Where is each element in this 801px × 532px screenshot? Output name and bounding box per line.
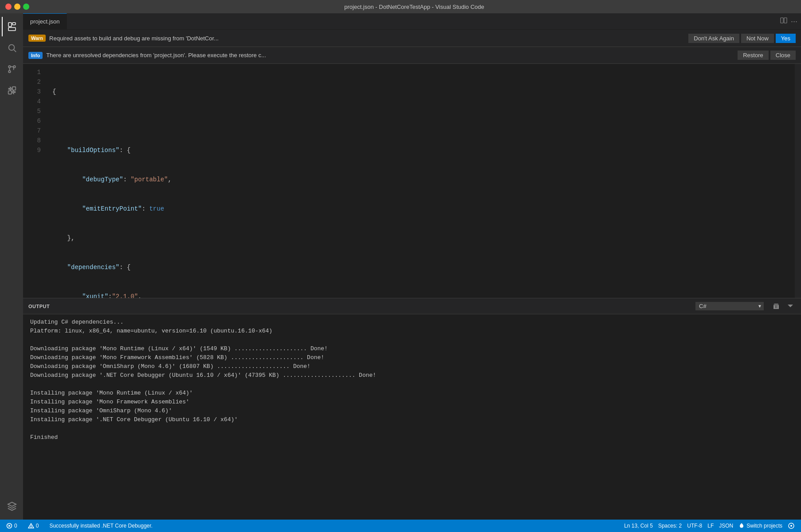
status-encoding[interactable]: UTF-8 [684, 520, 705, 532]
search-icon [7, 43, 17, 53]
svg-point-7 [8, 70, 11, 73]
svg-rect-10 [781, 18, 783, 23]
main-content: project.json ··· Warn Required assets to… [23, 13, 801, 520]
svg-point-16 [31, 527, 31, 528]
language-mode: JSON [719, 523, 733, 529]
warn-badge: Warn [28, 35, 46, 42]
code-content[interactable]: { "buildOptions": { "debugType": "portab… [45, 64, 795, 298]
yes-button[interactable]: Yes [776, 34, 796, 43]
remote-status-icon [788, 522, 795, 529]
notifications-area: Warn Required assets to build and debug … [23, 30, 801, 64]
activity-source-control[interactable] [2, 59, 21, 79]
status-message-text: Successfully installed .NET Core Debugge… [49, 523, 153, 529]
error-icon [6, 523, 12, 529]
status-spaces[interactable]: Spaces: 2 [656, 520, 684, 532]
flame-icon [738, 523, 745, 529]
svg-line-4 [14, 50, 16, 52]
split-editor-icon[interactable] [780, 17, 787, 26]
window-title: project.json - DotNetCoreTestApp - Visua… [33, 4, 796, 10]
titlebar: project.json - DotNetCoreTestApp - Visua… [0, 0, 801, 13]
svg-rect-8 [8, 91, 12, 94]
cursor-position: Ln 13, Col 5 [624, 523, 653, 529]
warning-count: 0 [36, 523, 39, 529]
status-eol[interactable]: LF [705, 520, 716, 532]
status-right: Ln 13, Col 5 Spaces: 2 UTF-8 LF JSON Swi… [621, 520, 797, 532]
status-errors[interactable]: 0 [4, 520, 20, 532]
tab-bar: project.json ··· [23, 13, 801, 30]
clear-output-icon[interactable] [771, 301, 781, 312]
info-actions: Restore Close [738, 51, 796, 60]
minimap [795, 64, 801, 298]
status-left: 0 0 Successfully installed .NET Core Deb… [4, 520, 155, 532]
svg-rect-1 [12, 23, 16, 25]
close-notification-button[interactable]: Close [770, 51, 796, 60]
svg-point-3 [9, 45, 15, 51]
warn-actions: Don't Ask Again Not Now Yes [688, 34, 796, 43]
svg-rect-0 [8, 23, 12, 27]
more-actions-icon[interactable]: ··· [791, 17, 797, 26]
indentation: Spaces: 2 [658, 523, 682, 529]
dont-ask-again-button[interactable]: Don't Ask Again [688, 34, 739, 43]
explorer-icon [7, 21, 17, 32]
svg-rect-2 [8, 27, 16, 31]
output-icons [771, 301, 796, 312]
status-remote[interactable] [785, 520, 797, 532]
output-title: OUTPUT [28, 304, 50, 309]
code-line-8: "xunit":"2.1.0", [52, 292, 795, 298]
close-button[interactable] [5, 4, 12, 10]
source-control-icon [7, 64, 17, 74]
code-line-1: { [52, 87, 795, 97]
info-notification: Info There are unresolved dependencies f… [23, 47, 801, 63]
info-message: There are unresolved dependencies from '… [46, 52, 734, 59]
status-language[interactable]: JSON [716, 520, 736, 532]
output-channel-select[interactable]: C# Log (Extension Host) Log (Window) [695, 302, 764, 310]
code-line-7: "dependencies": { [52, 262, 795, 272]
tab-label: project.json [30, 18, 59, 25]
activity-search[interactable] [2, 38, 21, 58]
warn-notification: Warn Required assets to build and debug … [23, 30, 801, 47]
line-numbers: 1 2 3 4 5 6 7 8 9 [23, 64, 45, 298]
output-header: OUTPUT C# Log (Extension Host) Log (Wind… [23, 298, 801, 314]
minimize-button[interactable] [14, 4, 20, 10]
editor-area: project.json ··· Warn Required assets to… [23, 13, 801, 298]
status-bar: 0 0 Successfully installed .NET Core Deb… [0, 520, 801, 532]
output-body[interactable]: Updating C# dependencies... Platform: li… [23, 314, 801, 520]
warn-message: Required assets to build and debug are m… [49, 35, 685, 42]
error-count: 0 [14, 523, 17, 529]
window-controls [5, 4, 29, 10]
eol-type: LF [707, 523, 714, 529]
extensions-icon [7, 86, 17, 95]
code-line-5: "emitEntryPoint": true [52, 204, 795, 214]
svg-point-5 [8, 66, 11, 68]
code-line-2 [52, 116, 795, 126]
restore-button[interactable]: Restore [738, 51, 769, 60]
file-encoding: UTF-8 [687, 523, 702, 529]
status-position[interactable]: Ln 13, Col 5 [621, 520, 656, 532]
not-now-button[interactable]: Not Now [741, 34, 774, 43]
remote-icon [7, 501, 17, 511]
switch-projects-label: Switch projects [746, 523, 782, 529]
code-editor[interactable]: 1 2 3 4 5 6 7 8 9 { "buildOptions": { "d… [23, 64, 801, 298]
code-line-6: }, [52, 233, 795, 243]
svg-rect-11 [784, 18, 787, 23]
warning-icon [28, 523, 34, 529]
status-switch-projects[interactable]: Switch projects [736, 520, 785, 532]
channel-selector-wrapper: C# Log (Extension Host) Log (Window) ▼ [695, 302, 764, 310]
code-line-4: "debugType": "portable", [52, 175, 795, 184]
tab-project-json[interactable]: project.json [23, 13, 67, 29]
status-message: Successfully installed .NET Core Debugge… [47, 520, 155, 532]
toggle-output-icon[interactable] [785, 301, 796, 312]
maximize-button[interactable] [23, 4, 29, 10]
activity-remote[interactable] [2, 497, 21, 516]
activity-extensions[interactable] [2, 81, 21, 100]
status-warnings[interactable]: 0 [25, 520, 42, 532]
activity-explorer[interactable] [2, 17, 21, 36]
code-line-3: "buildOptions": { [52, 145, 795, 155]
activity-bar [0, 13, 23, 520]
svg-point-18 [790, 525, 792, 527]
info-badge: Info [28, 52, 43, 59]
output-panel: OUTPUT C# Log (Extension Host) Log (Wind… [23, 298, 801, 520]
